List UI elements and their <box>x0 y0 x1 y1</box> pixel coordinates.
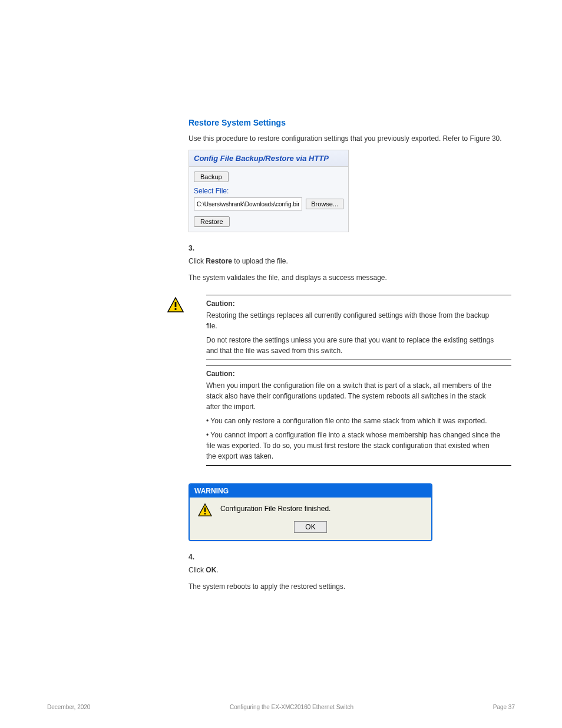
step-3-number: 3. <box>189 244 515 252</box>
caution-1-title: Caution: <box>206 299 235 308</box>
svg-rect-5 <box>204 513 206 515</box>
bullet-2-marker: • <box>206 431 209 439</box>
restore-button[interactable]: Restore <box>194 216 230 227</box>
footer-page: Page 37 <box>493 704 515 710</box>
footer-date: December, 2020 <box>47 704 90 710</box>
bullet-1-marker: • <box>206 417 209 425</box>
bullet-2-text: You cannot import a configuration file i… <box>206 431 500 460</box>
backup-button[interactable]: Backup <box>194 172 229 182</box>
step-4-prefix: Click <box>189 566 206 574</box>
footer-title: Configuring the EX-XMC20160 Ethernet Swi… <box>230 704 353 710</box>
warning-icon <box>198 503 212 516</box>
select-file-label: Select File: <box>194 187 343 195</box>
section-intro: Use this procedure to restore configurat… <box>189 133 515 144</box>
step-3-prefix: Click <box>189 257 206 265</box>
step-3-text: Click Restore to upload the file. <box>189 256 515 266</box>
caution-block-1: Caution: Restoring the settings replaces… <box>189 295 515 360</box>
caution-2-bullet-2: • You cannot import a configuration file… <box>206 430 501 462</box>
warning-dialog-titlebar: WARNING <box>190 485 431 498</box>
step-4-suffix: . <box>216 566 218 574</box>
caution-2-title: Caution: <box>206 370 235 378</box>
http-backup-restore-panel: Config File Backup/Restore via HTTP Back… <box>189 150 349 232</box>
ok-button[interactable]: OK <box>294 521 326 533</box>
caution-icon <box>167 297 184 314</box>
page-footer: December, 2020 Configuring the EX-XMC201… <box>47 704 515 710</box>
bullet-1-text: You can only restore a configuration fil… <box>210 417 487 425</box>
caution-2-body: When you import the configuration file o… <box>206 380 501 412</box>
step-4-text: Click OK. <box>189 565 515 575</box>
svg-rect-1 <box>175 302 177 307</box>
step-3-bold: Restore <box>206 257 232 265</box>
warning-dialog: WARNING Configuration File Restore finis… <box>189 483 432 541</box>
svg-rect-2 <box>175 308 177 310</box>
step-3-suffix: to upload the file. <box>232 257 288 265</box>
warning-message: Configuration File Restore finished. <box>220 503 330 513</box>
section-heading: Restore System Settings <box>189 118 515 127</box>
caution-2-bullet-1: • You can only restore a configuration f… <box>206 416 501 426</box>
file-path-input[interactable] <box>194 197 302 210</box>
caution-block-2: Caution: When you import the configurati… <box>189 365 515 466</box>
svg-rect-4 <box>204 508 206 512</box>
caution-1-line2: Do not restore the settings unless you a… <box>206 335 501 356</box>
step-4-bold: OK <box>206 566 216 574</box>
caution-1-line1: Restoring the settings replaces all curr… <box>206 310 501 331</box>
step-4-number: 4. <box>189 553 515 561</box>
step-3-result: The system validates the file, and displ… <box>189 272 515 283</box>
step-4-result: The system reboots to apply the restored… <box>189 581 515 592</box>
browse-button[interactable]: Browse... <box>306 199 343 209</box>
http-panel-title: Config File Backup/Restore via HTTP <box>189 150 348 167</box>
